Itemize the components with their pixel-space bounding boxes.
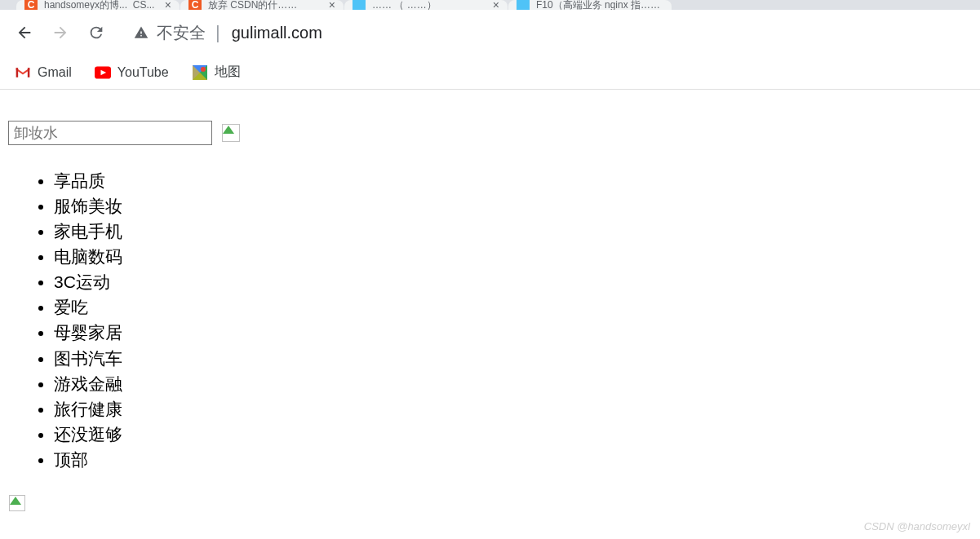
watermark: CSDN @handsomeyxl xyxy=(864,520,970,532)
list-item[interactable]: 图书汽车 xyxy=(54,346,972,371)
tab-title: …… （ ……） xyxy=(372,0,437,10)
bookmark-maps[interactable]: 地图 xyxy=(192,64,241,81)
search-input[interactable] xyxy=(8,121,212,145)
list-item[interactable]: 母婴家居 xyxy=(54,320,972,345)
csdn-favicon-icon: C xyxy=(24,0,38,10)
list-item[interactable]: 家电手机 xyxy=(54,219,972,244)
svg-point-2 xyxy=(201,67,206,72)
list-item[interactable]: 游戏金融 xyxy=(54,371,972,396)
security-label: 不安全 xyxy=(157,22,206,44)
footer-broken-image xyxy=(9,495,972,515)
page-content: 享品质 服饰美妆 家电手机 电脑数码 3C运动 爱吃 母婴家居 图书汽车 游戏金… xyxy=(0,90,980,523)
browser-tab[interactable]: …… （ ……） × xyxy=(344,0,508,10)
page-favicon-icon xyxy=(517,0,530,10)
maps-icon xyxy=(192,64,208,81)
list-item[interactable]: 电脑数码 xyxy=(54,244,972,269)
close-icon[interactable]: × xyxy=(324,0,335,10)
forward-button[interactable] xyxy=(46,18,75,47)
csdn-favicon-icon: C xyxy=(188,0,202,10)
search-row xyxy=(8,121,972,145)
bookmark-label: 地图 xyxy=(215,64,241,81)
bookmark-bar: Gmail YouTube 地图 xyxy=(0,55,980,90)
browser-toolbar: 不安全 | gulimall.com xyxy=(0,10,980,55)
browser-tab[interactable]: C handsomeyx的博..._CS... × xyxy=(16,0,180,10)
close-icon[interactable]: × xyxy=(160,0,171,10)
list-item[interactable]: 顶部 xyxy=(54,447,972,472)
reload-button[interactable] xyxy=(82,18,111,47)
back-button[interactable] xyxy=(10,18,39,47)
broken-image-icon[interactable] xyxy=(222,124,240,142)
bookmark-gmail[interactable]: Gmail xyxy=(15,64,72,81)
gmail-icon xyxy=(15,64,31,81)
list-item[interactable]: 3C运动 xyxy=(54,269,972,294)
bookmark-label: YouTube xyxy=(118,65,169,80)
browser-tab[interactable]: F10（高端业务 nginx 指…… xyxy=(508,0,672,10)
list-item[interactable]: 还没逛够 xyxy=(54,422,972,447)
list-item[interactable]: 服饰美妆 xyxy=(54,193,972,219)
bookmark-youtube[interactable]: YouTube xyxy=(95,64,169,81)
page-favicon-icon xyxy=(353,0,366,10)
broken-image-icon xyxy=(9,495,25,511)
tab-title: handsomeyx的博..._CS... xyxy=(44,0,154,10)
not-secure-icon xyxy=(134,25,149,40)
browser-tab-strip: C handsomeyx的博..._CS... × C 放弃 CSDN的什…… … xyxy=(0,0,980,10)
url-text: gulimall.com xyxy=(232,24,322,42)
bookmark-label: Gmail xyxy=(38,65,72,80)
browser-tab[interactable]: C 放弃 CSDN的什…… × xyxy=(180,0,344,10)
address-bar[interactable]: 不安全 | gulimall.com xyxy=(134,22,322,44)
list-item[interactable]: 旅行健康 xyxy=(54,396,972,422)
category-list: 享品质 服饰美妆 家电手机 电脑数码 3C运动 爱吃 母婴家居 图书汽车 游戏金… xyxy=(8,168,972,472)
list-item[interactable]: 享品质 xyxy=(54,168,972,193)
close-icon[interactable]: × xyxy=(488,0,499,10)
youtube-icon xyxy=(95,64,111,81)
tab-title: 放弃 CSDN的什…… xyxy=(208,0,297,10)
address-divider: | xyxy=(215,22,220,43)
tab-title: F10（高端业务 nginx 指…… xyxy=(536,0,660,10)
list-item[interactable]: 爱吃 xyxy=(54,294,972,320)
